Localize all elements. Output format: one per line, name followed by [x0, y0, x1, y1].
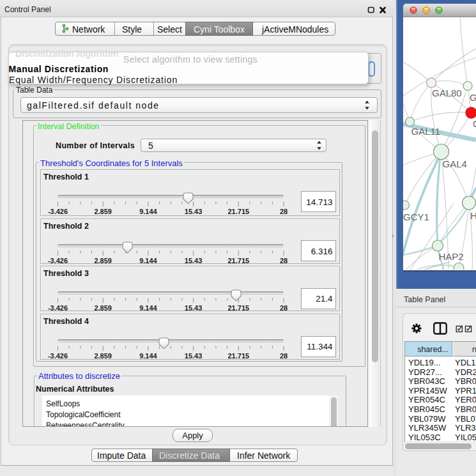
svg-text:HAP2: HAP2 [439, 251, 464, 262]
svg-text:CY: CY [473, 118, 476, 129]
svg-text:HI: HI [470, 210, 476, 221]
svg-text:GA: GA [470, 92, 476, 103]
svg-text:GAL80: GAL80 [432, 88, 462, 98]
svg-text:GCY1: GCY1 [403, 211, 429, 222]
svg-text:GAL4: GAL4 [443, 158, 467, 169]
svg-text:GAL11: GAL11 [411, 126, 441, 137]
